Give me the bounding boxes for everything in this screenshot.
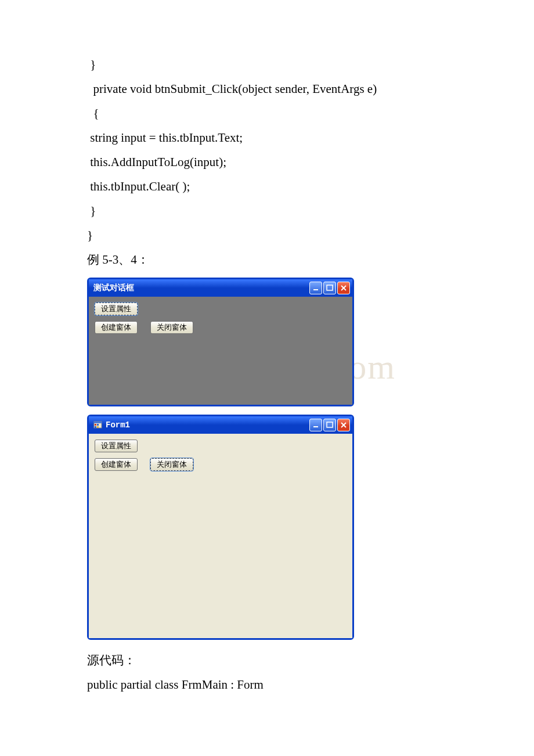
code-line: } bbox=[87, 199, 447, 223]
code-line: this.tbInput.Clear( ); bbox=[87, 174, 447, 199]
form-icon bbox=[93, 420, 103, 430]
code-line: private void btnSubmit_Click(object send… bbox=[87, 77, 447, 101]
maximize-icon bbox=[326, 285, 333, 291]
svg-rect-11 bbox=[327, 422, 333, 427]
client-area: 设置属性 创建窗体 关闭窗体 bbox=[89, 434, 352, 638]
minimize-button[interactable] bbox=[309, 282, 322, 294]
create-window-button[interactable]: 创建窗体 bbox=[95, 458, 138, 471]
svg-rect-7 bbox=[97, 424, 99, 426]
set-properties-button[interactable]: 设置属性 bbox=[95, 303, 138, 315]
source-code-label: 源代码： bbox=[87, 648, 447, 672]
svg-rect-0 bbox=[313, 289, 318, 290]
window-form1: Form1 设置属性 创建窗体 bbox=[87, 415, 354, 640]
code-line: } bbox=[87, 223, 447, 247]
close-button[interactable] bbox=[337, 282, 350, 294]
code-line: } bbox=[87, 52, 447, 77]
svg-rect-5 bbox=[94, 422, 102, 423]
close-icon bbox=[340, 285, 347, 291]
maximize-button[interactable] bbox=[323, 419, 336, 431]
titlebar[interactable]: 测试对话框 bbox=[89, 279, 352, 297]
svg-rect-8 bbox=[95, 426, 96, 428]
set-properties-button[interactable]: 设置属性 bbox=[95, 440, 138, 452]
minimize-icon bbox=[312, 422, 319, 429]
svg-rect-1 bbox=[327, 285, 333, 290]
code-line: string input = this.tbInput.Text; bbox=[87, 125, 447, 150]
svg-rect-9 bbox=[97, 426, 99, 428]
svg-rect-10 bbox=[313, 426, 318, 427]
close-window-button[interactable]: 关闭窗体 bbox=[150, 458, 193, 471]
close-button[interactable] bbox=[337, 419, 350, 431]
close-icon bbox=[340, 422, 347, 429]
minimize-button[interactable] bbox=[309, 419, 322, 431]
maximize-button[interactable] bbox=[323, 282, 336, 294]
titlebar[interactable]: Form1 bbox=[89, 416, 352, 434]
window-title: 测试对话框 bbox=[93, 283, 309, 293]
close-window-button[interactable]: 关闭窗体 bbox=[150, 321, 193, 334]
client-area: 设置属性 创建窗体 关闭窗体 bbox=[89, 297, 352, 405]
window-title: Form1 bbox=[106, 420, 309, 430]
code-line: { bbox=[87, 101, 447, 125]
maximize-icon bbox=[326, 422, 333, 429]
create-window-button[interactable]: 创建窗体 bbox=[95, 321, 138, 334]
window-dialog-test: 测试对话框 设置属性 创建窗体 bbox=[87, 278, 354, 406]
example-label: 例 5-3、4： bbox=[87, 247, 447, 272]
code-line: this.AddInputToLog(input); bbox=[87, 150, 447, 174]
minimize-icon bbox=[312, 285, 319, 291]
svg-rect-6 bbox=[95, 424, 96, 426]
code-line: public partial class FrmMain : Form bbox=[87, 672, 447, 697]
